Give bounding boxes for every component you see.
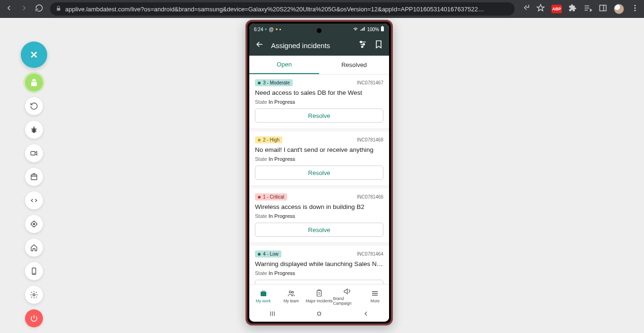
status-dot-icon <box>265 28 267 30</box>
devtools-icon[interactable] <box>25 191 43 209</box>
lock-icon <box>56 6 61 13</box>
home-nav-icon[interactable] <box>315 310 323 319</box>
priority-pill: 3 - Moderate <box>255 79 293 86</box>
priority-text: 4 - Low <box>263 251 279 257</box>
incident-title: Need access to sales DB for the West <box>255 89 383 96</box>
close-session-button[interactable] <box>21 42 47 68</box>
svg-point-1 <box>635 5 636 6</box>
resolve-button[interactable]: Resolve <box>255 223 383 237</box>
nav-label: My work <box>256 299 271 303</box>
incident-id: INC0781467 <box>357 80 383 85</box>
incident-state: State In Progress <box>255 156 383 162</box>
back-icon[interactable] <box>5 4 13 14</box>
filter-icon[interactable] <box>358 40 367 51</box>
tab-open[interactable]: Open <box>249 56 319 74</box>
incident-id: INC0781468 <box>357 137 383 142</box>
incident-title: No email! I cant't send or receive anyth… <box>255 146 383 153</box>
nav-my-work[interactable]: My work <box>249 284 277 308</box>
recents-icon[interactable] <box>269 310 276 319</box>
incident-title: Warning displayed while launching Sales … <box>255 260 383 267</box>
svg-point-12 <box>33 294 35 296</box>
nav-label: More <box>371 299 380 303</box>
location-icon[interactable] <box>25 215 43 233</box>
svg-rect-21 <box>318 312 321 316</box>
nav-label: Brand Campaign <box>333 296 361 306</box>
profile-avatar[interactable] <box>614 4 624 14</box>
svg-point-10 <box>34 224 35 225</box>
svg-point-19 <box>292 291 294 293</box>
bottom-nav: My work My team Major incidents Brand Ca… <box>249 284 389 308</box>
panel-icon[interactable] <box>599 4 607 14</box>
android-nav-bar <box>249 308 389 322</box>
svg-point-2 <box>635 8 636 9</box>
bookmark-icon[interactable] <box>374 40 383 51</box>
screenshot-icon[interactable] <box>25 168 43 186</box>
share-icon[interactable] <box>521 4 530 14</box>
app-header: Assigned incidents <box>249 35 389 56</box>
svg-point-6 <box>32 128 36 133</box>
nav-label: My team <box>284 299 299 303</box>
home-icon[interactable] <box>25 239 43 257</box>
browser-actions: ABP <box>521 4 639 14</box>
reload-icon[interactable] <box>35 4 43 14</box>
priority-pill: 1 - Critical <box>255 193 287 200</box>
svg-rect-0 <box>600 5 606 11</box>
header-title: Assigned incidents <box>271 42 351 50</box>
svg-rect-13 <box>381 27 384 32</box>
nav-more[interactable]: More <box>361 284 389 308</box>
nav-brand-campaign[interactable]: Brand Campaign <box>333 284 361 308</box>
incident-id: INC0781466 <box>357 194 383 200</box>
svg-point-4 <box>33 80 34 81</box>
status-at-icon: @ <box>269 27 273 32</box>
svg-rect-7 <box>31 151 35 155</box>
device-screen: 6:24 @ • 100% Assigned incidents Open Re… <box>249 24 389 322</box>
svg-point-17 <box>362 46 363 47</box>
back-arrow-icon[interactable] <box>255 40 264 51</box>
settings-icon[interactable] <box>25 286 43 304</box>
nav-major-incidents[interactable]: Major incidents <box>305 284 333 308</box>
incident-id: INC0781464 <box>357 251 383 257</box>
incident-list[interactable]: 3 - ModerateINC0781467Need access to sal… <box>249 75 389 284</box>
nav-my-team[interactable]: My team <box>277 284 305 308</box>
priority-text: 3 - Moderate <box>263 80 290 85</box>
resolve-button[interactable]: Resolve <box>255 280 383 284</box>
incident-state: State In Progress <box>255 213 383 219</box>
bug-icon[interactable] <box>25 121 43 139</box>
device-icon[interactable] <box>25 262 43 280</box>
tab-resolved[interactable]: Resolved <box>319 56 389 74</box>
svg-point-18 <box>289 291 291 293</box>
incident-card[interactable]: 2 - HighINC0781468No email! I cant't sen… <box>249 132 389 186</box>
svg-rect-20 <box>317 291 322 296</box>
incident-state: State In Progress <box>255 99 383 105</box>
signal-icon <box>360 26 365 33</box>
status-time: 6:24 <box>254 27 263 32</box>
power-icon[interactable] <box>25 309 43 327</box>
incident-card[interactable]: 1 - CriticalINC0781466Wireless access is… <box>249 189 389 243</box>
incident-tabs: Open Resolved <box>249 56 389 75</box>
kebab-icon[interactable] <box>631 4 639 14</box>
svg-point-3 <box>635 10 636 11</box>
priority-pill: 2 - High <box>255 136 282 143</box>
star-icon[interactable] <box>536 4 545 14</box>
forward-icon[interactable] <box>20 4 28 14</box>
abp-badge[interactable]: ABP <box>551 5 562 13</box>
incident-card[interactable]: 4 - LowINC0781464Warning displayed while… <box>249 246 389 284</box>
video-icon[interactable] <box>25 144 43 162</box>
svg-point-16 <box>363 43 364 45</box>
resolve-button[interactable]: Resolve <box>255 108 383 123</box>
incident-card[interactable]: 3 - ModerateINC0781467Need access to sal… <box>249 75 389 129</box>
browser-nav-controls <box>5 4 43 14</box>
nav-label: Major incidents <box>305 299 332 303</box>
rotate-icon[interactable] <box>25 97 43 115</box>
back-nav-icon[interactable] <box>362 310 370 319</box>
android-icon[interactable] <box>25 74 43 92</box>
svg-rect-8 <box>31 175 37 180</box>
playlist-icon[interactable] <box>584 4 592 14</box>
status-dot-icon: • <box>280 27 281 32</box>
resolve-button[interactable]: Resolve <box>255 166 383 180</box>
incident-state: State In Progress <box>255 270 383 276</box>
extensions-icon[interactable] <box>568 4 577 14</box>
browser-toolbar: applive.lambdatest.com/live?os=android&b… <box>0 0 644 18</box>
address-bar[interactable]: applive.lambdatest.com/live?os=android&b… <box>50 2 515 16</box>
status-battery: 100% <box>367 27 379 32</box>
